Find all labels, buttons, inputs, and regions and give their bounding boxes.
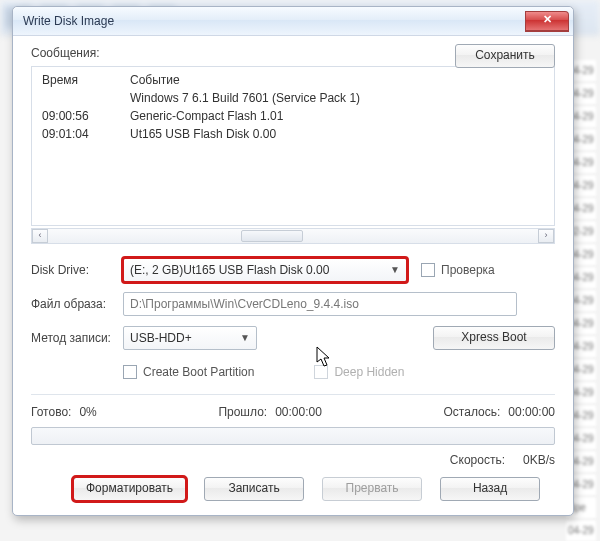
scroll-right-icon[interactable]: ›: [538, 229, 554, 243]
checkbox-icon: [314, 365, 328, 379]
titlebar[interactable]: Write Disk Image ✕: [13, 7, 573, 36]
log-col-time: Время: [38, 71, 126, 89]
log-row: 09:01:04Ut165 USB Flash Disk 0.00: [38, 125, 548, 143]
action-row: Форматировать Записать Прервать Назад: [31, 477, 555, 501]
speed-row: Скорость: 0KB/s: [31, 453, 555, 467]
log-time: [38, 89, 126, 107]
log-event: Generic-Compact Flash 1.01: [126, 107, 548, 125]
log-row: 09:00:56Generic-Compact Flash 1.01: [38, 107, 548, 125]
log-time: 09:00:56: [38, 107, 126, 125]
disk-drive-value: (E:, 2 GB)Ut165 USB Flash Disk 0.00: [130, 260, 329, 280]
create-boot-partition-checkbox[interactable]: Create Boot Partition: [123, 365, 254, 379]
log-time: 09:01:04: [38, 125, 126, 143]
checkbox-icon: [421, 263, 435, 277]
disk-drive-select[interactable]: (E:, 2 GB)Ut165 USB Flash Disk 0.00 ▼: [123, 258, 407, 282]
disk-drive-label: Disk Drive:: [31, 263, 123, 277]
scroll-left-icon[interactable]: ‹: [32, 229, 48, 243]
verify-checkbox[interactable]: Проверка: [421, 263, 495, 277]
write-button[interactable]: Записать: [204, 477, 304, 501]
ready-label: Готово:: [31, 405, 71, 419]
log-panel: Время Событие Windows 7 6.1 Build 7601 (…: [31, 66, 555, 226]
create-boot-partition-label: Create Boot Partition: [143, 365, 254, 379]
speed-label: Скорость:: [450, 453, 505, 467]
checkbox-icon: [123, 365, 137, 379]
remaining-value: 00:00:00: [508, 405, 555, 419]
xpress-boot-button[interactable]: Xpress Boot: [433, 326, 555, 350]
messages-label: Сообщения:: [31, 46, 99, 60]
dialog-body: Сообщения: Сохранить Время Событие Windo…: [13, 36, 573, 515]
log-row: Windows 7 6.1 Build 7601 (Service Pack 1…: [38, 89, 548, 107]
verify-label: Проверка: [441, 263, 495, 277]
window-title: Write Disk Image: [23, 14, 525, 28]
status-row: Готово: 0% Прошло: 00:00:00 Осталось: 00…: [31, 405, 555, 419]
back-button[interactable]: Назад: [440, 477, 540, 501]
log-scrollbar[interactable]: ‹ ›: [31, 228, 555, 244]
write-method-value: USB-HDD+: [130, 328, 192, 348]
chevron-down-icon: ▼: [240, 328, 250, 348]
remaining-label: Осталось:: [444, 405, 501, 419]
format-button[interactable]: Форматировать: [73, 477, 186, 501]
deep-hidden-label: Deep Hidden: [334, 365, 404, 379]
window-controls: ✕: [525, 11, 569, 32]
log-event: Ut165 USB Flash Disk 0.00: [126, 125, 548, 143]
abort-button: Прервать: [322, 477, 422, 501]
percent-value: 0%: [79, 405, 96, 419]
progress-bar: [31, 427, 555, 445]
chevron-down-icon: ▼: [390, 260, 400, 280]
form-area: Disk Drive: (E:, 2 GB)Ut165 USB Flash Di…: [31, 258, 555, 501]
close-icon[interactable]: ✕: [525, 11, 569, 32]
image-file-value: D:\Программы\Win\СverCDLeno_9.4.4.iso: [130, 294, 359, 314]
speed-value: 0KB/s: [523, 453, 555, 467]
write-method-select[interactable]: USB-HDD+ ▼: [123, 326, 257, 350]
image-file-label: Файл образа:: [31, 297, 123, 311]
separator: [31, 394, 555, 395]
log-table: Время Событие Windows 7 6.1 Build 7601 (…: [38, 71, 548, 143]
elapsed-label: Прошло:: [218, 405, 267, 419]
elapsed-value: 00:00:00: [275, 405, 322, 419]
screenshot-stage: 04-2904-2904-2904-2904-2904-2904-2902-29…: [0, 0, 600, 541]
dialog-window: Write Disk Image ✕ Сообщения: Сохранить …: [12, 6, 574, 516]
write-method-label: Метод записи:: [31, 331, 123, 345]
save-button[interactable]: Сохранить: [455, 44, 555, 68]
image-file-field[interactable]: D:\Программы\Win\СverCDLeno_9.4.4.iso: [123, 292, 517, 316]
scroll-handle[interactable]: [241, 230, 303, 242]
log-col-event: Событие: [126, 71, 548, 89]
deep-hidden-checkbox: Deep Hidden: [314, 365, 404, 379]
log-event: Windows 7 6.1 Build 7601 (Service Pack 1…: [126, 89, 548, 107]
